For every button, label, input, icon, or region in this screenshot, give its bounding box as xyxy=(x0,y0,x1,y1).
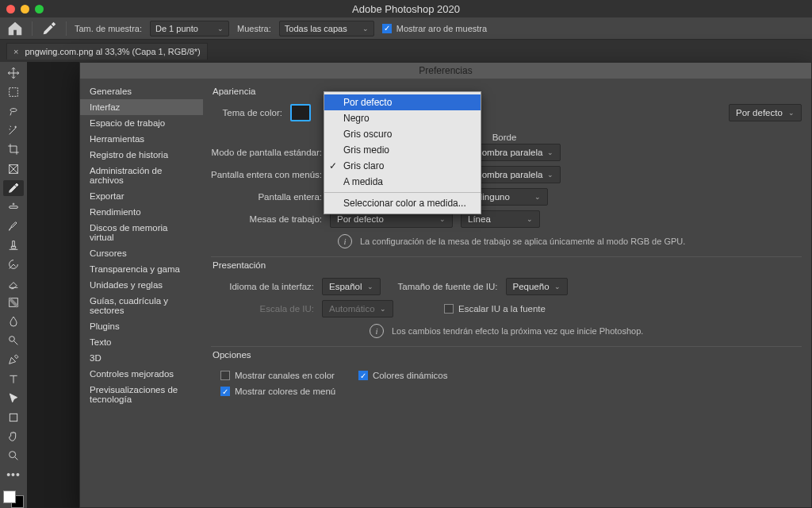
screen-mode-row: Pantalla entera con menús:Sombra paralel… xyxy=(211,166,802,183)
prefs-category[interactable]: 3D xyxy=(80,350,203,366)
blur-tool[interactable] xyxy=(3,314,24,329)
prefs-category[interactable]: Controles mejorados xyxy=(80,366,203,382)
preferences-content: Apariencia Tema de color: Por defecto⌄ xyxy=(203,79,811,507)
healing-brush-tool[interactable] xyxy=(3,199,24,215)
prefs-category[interactable]: Unidades y reglas xyxy=(80,277,203,293)
prefs-category[interactable]: Exportar xyxy=(80,188,203,204)
color-theme-label: Tema de color: xyxy=(211,108,282,117)
ui-font-size-label: Tamaño de fuente de IU: xyxy=(398,282,498,291)
screen-mode-label: Modo de pantalla estándar: xyxy=(211,148,322,157)
show-channels-color-checkbox[interactable]: Mostrar canales en color xyxy=(220,371,335,380)
move-tool[interactable] xyxy=(3,65,24,81)
sample-select[interactable]: Todas las capas⌄ xyxy=(279,21,374,37)
dropdown-item[interactable]: Gris claro✓ xyxy=(324,158,481,174)
dodge-tool[interactable] xyxy=(3,333,24,348)
eyedropper-icon[interactable] xyxy=(40,20,58,37)
ui-font-size-select[interactable]: Pequeño⌄ xyxy=(506,278,568,295)
prefs-category[interactable]: Interfaz xyxy=(80,99,203,115)
home-button[interactable] xyxy=(6,20,24,37)
tool-strip: ••• xyxy=(0,62,27,508)
color-dropdown-menu[interactable]: Por defectoNegroGris oscuroGris medioGri… xyxy=(324,91,481,214)
dropdown-custom-color[interactable]: Seleccionar color a medida... xyxy=(324,195,481,211)
chevron-down-icon: ⌄ xyxy=(554,283,561,291)
prefs-category[interactable]: Guías, cuadrícula y sectores xyxy=(80,293,203,318)
dropdown-item[interactable]: Gris oscuro xyxy=(324,126,481,142)
preferences-categories: GeneralesInterfazEspacio de trabajoHerra… xyxy=(80,79,203,507)
magic-wand-tool[interactable] xyxy=(3,122,24,138)
screen-mode-row: Modo de pantalla estándar:Sombra paralel… xyxy=(211,144,802,161)
prefs-category[interactable]: Plugins xyxy=(80,318,203,334)
sample-size-select[interactable]: De 1 punto⌄ xyxy=(150,21,229,37)
prefs-category[interactable]: Registro de historia xyxy=(80,147,203,163)
options-heading: Opciones xyxy=(211,347,802,368)
marquee-tool[interactable] xyxy=(3,84,24,100)
prefs-category[interactable]: Herramientas xyxy=(80,131,203,147)
prefs-category[interactable]: Previsualizaciones de tecnología xyxy=(80,382,203,407)
screen-mode-label: Pantalla entera: xyxy=(211,192,322,202)
frame-tool[interactable] xyxy=(3,160,24,176)
svg-rect-0 xyxy=(10,88,18,97)
titlebar: Adobe Photoshop 2020 xyxy=(0,0,812,17)
prefs-category[interactable]: Discos de memoria virtual xyxy=(80,220,203,245)
type-tool[interactable] xyxy=(3,371,24,387)
prefs-category[interactable]: Generales xyxy=(80,83,203,99)
screen-mode-border-select[interactable]: Sombra paralela⌄ xyxy=(469,166,561,183)
eyedropper-tool[interactable] xyxy=(3,180,24,196)
prefs-category[interactable]: Transparencia y gama xyxy=(80,261,203,277)
ui-language-select[interactable]: Español⌄ xyxy=(322,278,381,295)
prefs-category[interactable]: Espacio de trabajo xyxy=(80,115,203,131)
zoom-tool[interactable] xyxy=(3,448,24,464)
shape-tool[interactable] xyxy=(3,410,24,425)
dropdown-item[interactable]: Por defecto xyxy=(324,94,481,110)
color-theme-swatches xyxy=(290,104,311,121)
prefs-category[interactable]: Rendimiento xyxy=(80,204,203,220)
edit-toolbar-button[interactable]: ••• xyxy=(3,467,24,483)
restart-note-row: i Los cambios tendrán efecto la próxima … xyxy=(370,324,802,338)
minimize-window-button[interactable] xyxy=(21,5,29,13)
path-select-tool[interactable] xyxy=(3,391,24,406)
option-bar: Tam. de muestra: De 1 punto⌄ Muestra: To… xyxy=(0,17,812,40)
hand-tool[interactable] xyxy=(3,429,24,444)
dynamic-sliders-checkbox[interactable]: ✓Colores dinámicos xyxy=(358,371,448,380)
info-icon: i xyxy=(338,234,352,248)
brush-tool[interactable] xyxy=(3,218,24,234)
theme-swatch-darkest[interactable] xyxy=(290,104,311,121)
scale-to-font-checkbox[interactable]: Escalar IU a la fuente xyxy=(444,304,546,314)
zoom-window-button[interactable] xyxy=(35,5,44,13)
prefs-category[interactable]: Cursores xyxy=(80,245,203,261)
chevron-down-icon: ⌄ xyxy=(380,305,386,313)
dropdown-item[interactable]: Negro xyxy=(324,110,481,126)
preferences-dialog: Preferencias GeneralesInterfazEspacio de… xyxy=(79,62,812,508)
restart-note: Los cambios tendrán efecto la próxima ve… xyxy=(392,326,643,336)
fg-bg-swatches[interactable] xyxy=(3,491,24,508)
prefs-category[interactable]: Texto xyxy=(80,334,203,350)
ui-scale-select: Automático⌄ xyxy=(322,300,393,318)
artboard-note: La configuración de la mesa de trabajo s… xyxy=(360,237,685,246)
dropdown-item[interactable]: A medida xyxy=(324,174,481,190)
crop-tool[interactable] xyxy=(3,141,24,157)
svg-rect-5 xyxy=(10,414,17,421)
pen-tool[interactable] xyxy=(3,352,24,368)
lasso-tool[interactable] xyxy=(3,103,24,119)
show-menu-colors-checkbox[interactable]: ✓Mostrar colores de menú xyxy=(220,387,335,396)
highlight-color-select[interactable]: Por defecto⌄ xyxy=(729,104,802,121)
appearance-heading: Apariencia xyxy=(211,83,802,104)
sample-size-label: Tam. de muestra: xyxy=(75,24,142,33)
gradient-tool[interactable] xyxy=(3,294,24,310)
appearance-section: Apariencia Tema de color: Por defecto⌄ xyxy=(211,83,802,248)
history-brush-tool[interactable] xyxy=(3,256,24,272)
presentation-heading: Presentación xyxy=(211,257,802,278)
prefs-category[interactable]: Administración de archivos xyxy=(80,163,203,188)
close-window-button[interactable] xyxy=(6,5,15,13)
fg-color-swatch[interactable] xyxy=(3,491,16,503)
close-tab-icon[interactable]: × xyxy=(13,47,18,56)
document-tab-title: pngwing.com.png al 33,3% (Capa 1, RGB/8*… xyxy=(25,47,200,56)
show-sample-ring-checkbox[interactable]: ✓ Mostrar aro de muestra xyxy=(382,24,487,33)
chevron-down-icon: ⌄ xyxy=(217,25,224,33)
stamp-tool[interactable] xyxy=(3,237,24,253)
screen-mode-border-select[interactable]: Sombra paralela⌄ xyxy=(469,144,561,161)
dropdown-item[interactable]: Gris medio xyxy=(324,142,481,158)
chevron-down-icon: ⌄ xyxy=(362,25,369,33)
eraser-tool[interactable] xyxy=(3,275,24,291)
document-tab[interactable]: × pngwing.com.png al 33,3% (Capa 1, RGB/… xyxy=(6,43,208,60)
